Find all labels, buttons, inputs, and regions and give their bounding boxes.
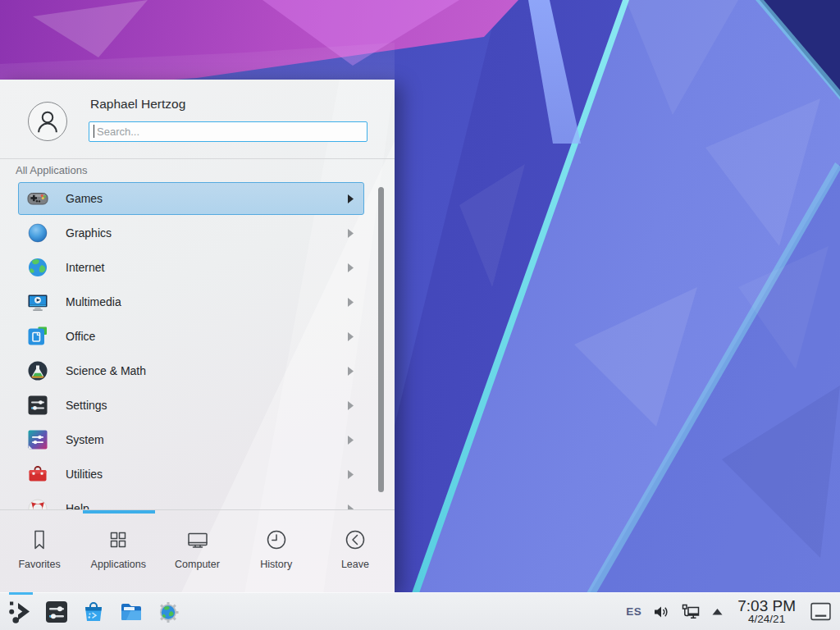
lifebuoy-icon xyxy=(27,498,48,509)
category-label: Settings xyxy=(66,399,107,412)
category-label: Games xyxy=(66,192,103,205)
clock-time: 7:03 PM xyxy=(737,598,796,614)
category-settings[interactable]: Settings xyxy=(18,389,364,422)
category-label: Multimedia xyxy=(66,295,121,308)
category-label: Help xyxy=(66,502,89,509)
system-tray: ES 7:03 PM 4/24/21 xyxy=(626,593,840,630)
folder-icon[interactable] xyxy=(119,600,144,624)
submenu-arrow-icon xyxy=(348,298,354,307)
category-help[interactable]: Help xyxy=(18,492,364,509)
category-multimedia[interactable]: Multimedia xyxy=(18,285,364,318)
settings-sliders-icon xyxy=(27,395,48,416)
tab-label: Leave xyxy=(341,559,369,570)
software-store-bag-icon[interactable] xyxy=(81,600,106,624)
submenu-arrow-icon xyxy=(348,229,354,238)
application-launcher-menu: Raphael Hertzog All Applications xyxy=(0,80,395,592)
toolbox-icon xyxy=(27,463,48,485)
clock[interactable]: 7:03 PM 4/24/21 xyxy=(734,598,799,626)
category-label: Internet xyxy=(66,261,104,274)
section-label: All Applications xyxy=(16,164,87,176)
tab-computer[interactable]: Computer xyxy=(158,515,236,592)
computer-icon xyxy=(185,527,210,552)
person-icon xyxy=(31,105,64,138)
expand-tray-caret-icon[interactable] xyxy=(711,607,724,616)
category-label: Office xyxy=(66,330,95,343)
app-launcher-icon[interactable] xyxy=(7,600,32,624)
globe-gear-icon[interactable] xyxy=(156,600,180,624)
tab-label: Computer xyxy=(175,559,220,570)
category-label: Graphics xyxy=(66,226,112,240)
category-label: Utilities xyxy=(66,468,103,481)
category-games[interactable]: Games xyxy=(18,182,364,215)
category-system[interactable]: System xyxy=(18,423,364,456)
tab-leave[interactable]: Leave xyxy=(316,515,395,592)
show-desktop-button[interactable] xyxy=(810,600,832,623)
submenu-arrow-icon xyxy=(348,470,354,479)
tab-label: History xyxy=(260,559,292,570)
app-grid-icon xyxy=(106,527,130,552)
tab-favorites[interactable]: Favorites xyxy=(0,515,79,592)
submenu-arrow-icon xyxy=(348,194,354,203)
submenu-arrow-icon xyxy=(348,436,354,445)
category-label: System xyxy=(66,433,104,446)
category-label: Science & Math xyxy=(66,364,146,377)
network-icon[interactable] xyxy=(681,603,701,621)
settings-tile-icon[interactable] xyxy=(44,600,69,624)
office-document-icon xyxy=(27,326,48,347)
monitor-play-icon xyxy=(27,291,48,313)
category-graphics[interactable]: Graphics xyxy=(18,217,364,249)
bookmark-icon xyxy=(27,527,52,552)
system-sliders-icon xyxy=(27,429,48,450)
history-clock-icon xyxy=(264,527,289,552)
science-flask-icon xyxy=(27,360,48,381)
category-list: Games Graphics xyxy=(0,182,395,509)
launcher-tab-bar: Favorites Applications Computer xyxy=(0,515,395,592)
submenu-arrow-icon xyxy=(348,263,354,272)
scrollbar[interactable] xyxy=(378,187,384,492)
category-internet[interactable]: Internet xyxy=(18,251,364,284)
clock-date: 4/24/21 xyxy=(748,614,785,625)
leave-icon xyxy=(343,527,368,552)
tab-label: Applications xyxy=(91,559,146,570)
category-science-math[interactable]: Science & Math xyxy=(18,354,364,387)
sphere-icon xyxy=(27,222,48,244)
submenu-arrow-icon xyxy=(348,332,354,341)
globe-icon xyxy=(27,257,48,278)
desktop: Raphael Hertzog All Applications xyxy=(0,0,840,630)
gamepad-icon xyxy=(27,188,48,209)
tab-applications[interactable]: Applications xyxy=(79,515,158,592)
search-input[interactable] xyxy=(89,121,368,142)
keyboard-layout-indicator[interactable]: ES xyxy=(626,605,641,618)
tab-history[interactable]: History xyxy=(237,515,316,592)
active-task-indicator xyxy=(9,592,33,595)
divider xyxy=(0,158,395,159)
submenu-arrow-icon xyxy=(348,367,354,376)
submenu-arrow-icon xyxy=(348,401,354,410)
tab-label: Favorites xyxy=(18,559,60,570)
user-name: Raphael Hertzog xyxy=(90,97,185,112)
text-caret xyxy=(94,125,94,138)
category-utilities[interactable]: Utilities xyxy=(18,458,364,491)
category-office[interactable]: Office xyxy=(18,320,364,353)
active-tab-indicator xyxy=(83,510,155,514)
divider xyxy=(0,509,395,510)
volume-icon[interactable] xyxy=(652,603,670,621)
user-avatar[interactable] xyxy=(28,102,67,141)
taskbar: ES 7:03 PM 4/24/21 xyxy=(0,592,840,630)
